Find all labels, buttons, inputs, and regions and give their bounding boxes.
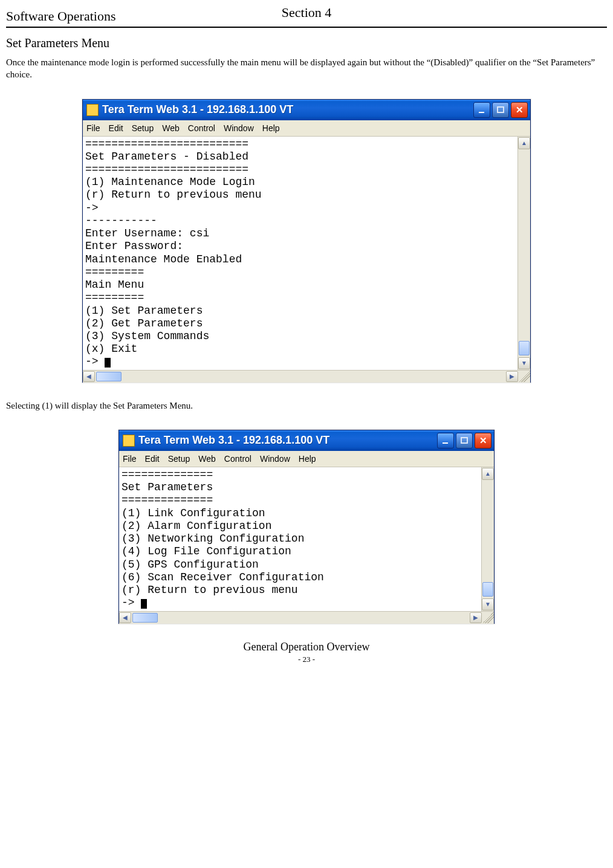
svg-rect-2	[443, 442, 448, 444]
close-button[interactable]: ✕	[511, 102, 528, 118]
horizontal-scrollbar[interactable]: ◀ ▶	[119, 611, 494, 624]
teraterm-window-1: Tera Term Web 3.1 - 192.168.1.100 VT ✕ F…	[82, 99, 531, 383]
paragraph-1: Once the maintenance mode login is perfo…	[6, 56, 607, 81]
text-cursor	[105, 358, 111, 368]
menu-setup[interactable]: Setup	[168, 454, 190, 464]
minimize-button[interactable]	[473, 102, 490, 118]
document-header: Section 4 Software Operations	[6, 6, 607, 24]
resize-grip[interactable]	[518, 371, 530, 382]
close-button[interactable]: ✕	[475, 433, 491, 449]
menu-web[interactable]: Web	[198, 454, 216, 464]
terminal-output[interactable]: ============== Set Parameters ==========…	[119, 467, 481, 611]
scroll-down-button[interactable]: ▼	[482, 598, 494, 611]
menu-bar: File Edit Setup Web Control Window Help	[83, 120, 530, 137]
maximize-button[interactable]	[456, 433, 473, 449]
window-title: Tera Term Web 3.1 - 192.168.1.100 VT	[138, 434, 433, 447]
footer-title: General Operation Overview	[6, 641, 607, 653]
resize-grip[interactable]	[482, 612, 494, 623]
scroll-up-button[interactable]: ▲	[482, 468, 494, 480]
menu-help[interactable]: Help	[299, 454, 316, 464]
app-icon	[86, 104, 99, 116]
svg-rect-0	[479, 112, 484, 113]
scroll-thumb[interactable]	[482, 582, 493, 597]
scroll-down-button[interactable]: ▼	[518, 357, 530, 369]
title-bar[interactable]: Tera Term Web 3.1 - 192.168.1.100 VT ✕	[119, 430, 494, 451]
section-title: Set Parameters Menu	[6, 36, 607, 50]
vertical-scrollbar[interactable]: ▲ ▼	[517, 137, 530, 370]
menu-control[interactable]: Control	[224, 454, 251, 464]
menu-help[interactable]: Help	[262, 123, 280, 133]
hscroll-thumb[interactable]	[96, 372, 122, 381]
scroll-left-button[interactable]: ◀	[83, 371, 95, 382]
app-icon	[123, 435, 135, 447]
paragraph-2: Selecting (1) will display the Set Param…	[6, 400, 607, 412]
hscroll-thumb[interactable]	[132, 613, 158, 623]
menu-control[interactable]: Control	[188, 123, 215, 133]
menu-web[interactable]: Web	[162, 123, 180, 133]
menu-edit[interactable]: Edit	[145, 454, 160, 464]
terminal-output[interactable]: ========================= Set Parameters…	[83, 137, 517, 370]
minimize-button[interactable]	[437, 433, 454, 449]
menu-window[interactable]: Window	[260, 454, 290, 464]
menu-bar: File Edit Setup Web Control Window Help	[119, 451, 494, 467]
header-rule	[6, 27, 607, 28]
scroll-thumb[interactable]	[519, 341, 530, 355]
title-bar[interactable]: Tera Term Web 3.1 - 192.168.1.100 VT ✕	[83, 100, 530, 120]
menu-edit[interactable]: Edit	[109, 123, 123, 133]
vertical-scrollbar[interactable]: ▲ ▼	[481, 467, 494, 611]
scroll-up-button[interactable]: ▲	[518, 137, 530, 149]
svg-rect-3	[461, 438, 467, 443]
scroll-right-button[interactable]: ▶	[470, 612, 482, 623]
page-number: - 23 -	[6, 655, 607, 669]
svg-rect-1	[498, 107, 504, 112]
menu-setup[interactable]: Setup	[132, 123, 154, 133]
horizontal-scrollbar[interactable]: ◀ ▶	[83, 370, 530, 383]
menu-file[interactable]: File	[86, 123, 100, 133]
text-cursor	[141, 599, 147, 609]
scroll-right-button[interactable]: ▶	[506, 371, 518, 382]
scroll-left-button[interactable]: ◀	[119, 612, 131, 623]
chapter-label: Software Operations	[6, 8, 115, 24]
menu-file[interactable]: File	[123, 454, 137, 464]
maximize-button[interactable]	[492, 102, 509, 118]
teraterm-window-2: Tera Term Web 3.1 - 192.168.1.100 VT ✕ F…	[118, 430, 495, 624]
window-title: Tera Term Web 3.1 - 192.168.1.100 VT	[102, 103, 470, 116]
menu-window[interactable]: Window	[224, 123, 254, 133]
